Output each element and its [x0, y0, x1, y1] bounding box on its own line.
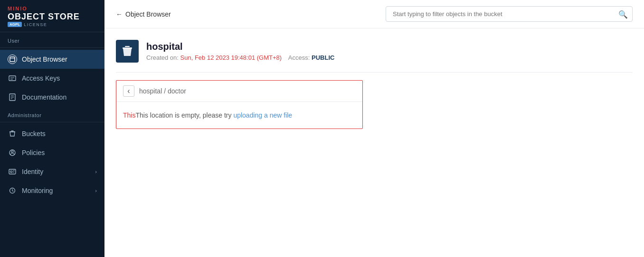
object-browser-icon	[8, 55, 17, 64]
sidebar-item-object-browser[interactable]: Object Browser	[0, 50, 104, 69]
sidebar-item-access-keys[interactable]: Access Keys	[0, 69, 104, 88]
access-value: PUBLIC	[312, 54, 334, 61]
monitoring-label: Monitoring	[22, 187, 53, 194]
breadcrumb-back-button[interactable]: ‹	[123, 85, 134, 97]
access-keys-icon	[8, 73, 17, 83]
buckets-label: Buckets	[22, 130, 46, 138]
identity-chevron-icon: ›	[95, 169, 97, 174]
bucket-details: hospital Created on: Sun, Feb 12 2023 19…	[146, 41, 334, 61]
svg-point-11	[11, 151, 13, 153]
bucket-icon	[116, 40, 139, 63]
sidebar-item-policies[interactable]: Policies	[0, 143, 104, 162]
object-store-text: OBJECT STORE	[8, 12, 97, 21]
divider-user	[0, 47, 104, 48]
policies-icon	[8, 148, 17, 157]
documentation-icon	[8, 92, 17, 102]
bucket-name: hospital	[146, 41, 334, 52]
svg-rect-2	[9, 76, 16, 81]
sidebar-item-documentation[interactable]: Documentation	[0, 88, 104, 107]
search-input[interactable]	[386, 6, 633, 22]
bucket-meta: Created on: Sun, Feb 12 2023 19:48:01 (G…	[146, 54, 334, 61]
empty-highlight: This	[123, 111, 135, 119]
sidebar: MINIO OBJECT STORE AGPL LICENSE User Obj…	[0, 0, 104, 257]
upload-link[interactable]: uploading a new file	[233, 111, 292, 119]
access-keys-label: Access Keys	[22, 74, 60, 82]
empty-message: ThisThis location is empty, please try u…	[116, 102, 362, 128]
monitoring-chevron-icon: ›	[95, 188, 97, 193]
back-arrow-icon: ←	[116, 10, 123, 18]
access-label: Access:	[288, 54, 310, 61]
license-text: LICENSE	[24, 22, 47, 27]
content-area: hospital Created on: Sun, Feb 12 2023 19…	[104, 28, 644, 257]
back-button[interactable]: ← Object Browser	[116, 10, 171, 18]
sidebar-item-identity[interactable]: Identity ›	[0, 162, 104, 181]
agpl-badge: AGPL	[8, 22, 22, 27]
breadcrumb-path: hospital / doctor	[139, 87, 186, 95]
svg-rect-0	[10, 57, 15, 62]
bucket-date: Sun, Feb 12 2023 19:48:01 (GMT+8)	[180, 54, 282, 61]
search-icon: 🔍	[618, 9, 628, 18]
minio-text: MINIO	[8, 6, 28, 11]
sidebar-item-monitoring[interactable]: Monitoring ›	[0, 181, 104, 200]
main-content: ← Object Browser 🔍 hospital Created on:	[104, 0, 644, 257]
object-browser-label: Object Browser	[22, 55, 67, 63]
header-title: Object Browser	[125, 10, 171, 18]
user-section-label: User	[0, 32, 104, 46]
divider-admin	[0, 122, 104, 122]
empty-text-before: This location is empty, please try	[135, 111, 233, 119]
header: ← Object Browser 🔍	[104, 0, 644, 28]
identity-icon	[8, 167, 17, 176]
sidebar-item-buckets[interactable]: Buckets	[0, 124, 104, 143]
admin-section-label: Administrator	[0, 107, 104, 120]
svg-rect-17	[123, 47, 132, 49]
logo-minio: MINIO	[8, 6, 97, 11]
buckets-icon	[8, 129, 17, 138]
policies-label: Policies	[22, 149, 45, 156]
file-browser: ‹ hospital / doctor ThisThis location is…	[116, 80, 363, 129]
monitoring-icon	[8, 186, 17, 195]
search-area: 🔍	[386, 6, 633, 22]
logo-area: MINIO OBJECT STORE AGPL LICENSE	[0, 0, 104, 32]
logo-badge: AGPL LICENSE	[8, 22, 97, 27]
file-browser-header: ‹ hospital / doctor	[116, 81, 362, 102]
identity-label: Identity	[22, 168, 43, 175]
created-label: Created on:	[146, 54, 179, 61]
documentation-label: Documentation	[22, 93, 66, 101]
svg-point-13	[10, 171, 12, 173]
bucket-info: hospital Created on: Sun, Feb 12 2023 19…	[116, 40, 633, 73]
